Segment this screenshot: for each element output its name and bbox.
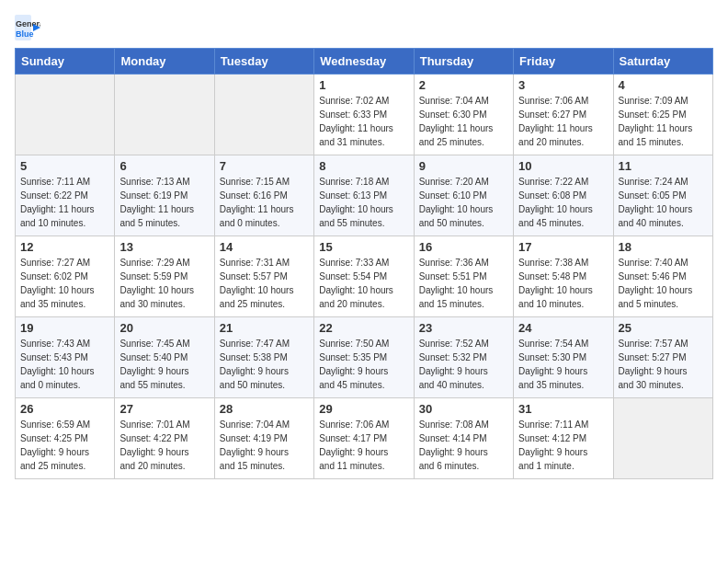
day-number: 29: [319, 402, 408, 416]
logo: General Blue: [15, 15, 44, 40]
day-info: Sunrise: 7:11 AM Sunset: 4:12 PM Dayligh…: [518, 418, 608, 473]
day-number: 11: [619, 159, 708, 173]
day-number: 13: [119, 240, 209, 254]
day-info: Sunrise: 7:06 AM Sunset: 4:17 PM Dayligh…: [319, 418, 408, 473]
svg-text:Blue: Blue: [16, 29, 34, 39]
day-cell: 19Sunrise: 7:43 AM Sunset: 5:43 PM Dayli…: [16, 317, 115, 398]
day-info: Sunrise: 7:57 AM Sunset: 5:27 PM Dayligh…: [619, 337, 708, 392]
day-info: Sunrise: 7:52 AM Sunset: 5:32 PM Dayligh…: [419, 337, 508, 392]
day-info: Sunrise: 7:47 AM Sunset: 5:38 PM Dayligh…: [220, 337, 309, 392]
day-info: Sunrise: 7:08 AM Sunset: 4:14 PM Dayligh…: [419, 418, 508, 473]
day-cell: 5Sunrise: 7:11 AM Sunset: 6:22 PM Daylig…: [16, 155, 115, 236]
day-info: Sunrise: 7:24 AM Sunset: 6:05 PM Dayligh…: [619, 175, 708, 230]
day-info: Sunrise: 7:02 AM Sunset: 6:33 PM Dayligh…: [319, 94, 408, 149]
day-number: 19: [20, 321, 109, 335]
day-info: Sunrise: 7:06 AM Sunset: 6:27 PM Dayligh…: [518, 94, 608, 149]
day-info: Sunrise: 7:50 AM Sunset: 5:35 PM Dayligh…: [319, 337, 408, 392]
day-number: 8: [319, 159, 408, 173]
day-number: 16: [419, 240, 508, 254]
logo-graphic: General Blue: [15, 15, 40, 40]
day-number: 5: [20, 159, 109, 173]
day-cell: [214, 75, 313, 155]
day-info: Sunrise: 7:15 AM Sunset: 6:16 PM Dayligh…: [220, 175, 309, 230]
day-cell: 26Sunrise: 6:59 AM Sunset: 4:25 PM Dayli…: [16, 398, 115, 479]
day-number: 20: [119, 321, 209, 335]
day-cell: 6Sunrise: 7:13 AM Sunset: 6:19 PM Daylig…: [115, 155, 214, 236]
day-cell: 27Sunrise: 7:01 AM Sunset: 4:22 PM Dayli…: [115, 398, 214, 479]
day-number: 22: [319, 321, 408, 335]
day-cell: 13Sunrise: 7:29 AM Sunset: 5:59 PM Dayli…: [115, 236, 214, 317]
day-number: 6: [119, 159, 209, 173]
day-number: 24: [518, 321, 608, 335]
day-number: 1: [319, 78, 408, 92]
day-cell: 3Sunrise: 7:06 AM Sunset: 6:27 PM Daylig…: [514, 75, 613, 155]
day-cell: 2Sunrise: 7:04 AM Sunset: 6:30 PM Daylig…: [414, 75, 513, 155]
day-info: Sunrise: 7:33 AM Sunset: 5:54 PM Dayligh…: [319, 256, 408, 311]
day-number: 21: [220, 321, 309, 335]
day-info: Sunrise: 7:18 AM Sunset: 6:13 PM Dayligh…: [319, 175, 408, 230]
day-info: Sunrise: 7:29 AM Sunset: 5:59 PM Dayligh…: [119, 256, 209, 311]
day-cell: 23Sunrise: 7:52 AM Sunset: 5:32 PM Dayli…: [414, 317, 513, 398]
day-number: 28: [220, 402, 309, 416]
day-cell: 21Sunrise: 7:47 AM Sunset: 5:38 PM Dayli…: [214, 317, 313, 398]
day-cell: 11Sunrise: 7:24 AM Sunset: 6:05 PM Dayli…: [613, 155, 712, 236]
day-cell: 4Sunrise: 7:09 AM Sunset: 6:25 PM Daylig…: [613, 75, 712, 155]
day-info: Sunrise: 7:13 AM Sunset: 6:19 PM Dayligh…: [119, 175, 209, 230]
weekday-header-sunday: Sunday: [16, 49, 115, 75]
day-info: Sunrise: 7:43 AM Sunset: 5:43 PM Dayligh…: [20, 337, 109, 392]
weekday-header-thursday: Thursday: [414, 49, 513, 75]
day-cell: 8Sunrise: 7:18 AM Sunset: 6:13 PM Daylig…: [314, 155, 414, 236]
day-number: 12: [20, 240, 109, 254]
day-cell: [613, 398, 712, 479]
week-row-5: 26Sunrise: 6:59 AM Sunset: 4:25 PM Dayli…: [16, 398, 713, 479]
day-info: Sunrise: 7:09 AM Sunset: 6:25 PM Dayligh…: [619, 94, 708, 149]
day-cell: 16Sunrise: 7:36 AM Sunset: 5:51 PM Dayli…: [414, 236, 513, 317]
day-cell: 22Sunrise: 7:50 AM Sunset: 5:35 PM Dayli…: [314, 317, 414, 398]
day-info: Sunrise: 7:54 AM Sunset: 5:30 PM Dayligh…: [518, 337, 608, 392]
day-info: Sunrise: 7:04 AM Sunset: 4:19 PM Dayligh…: [220, 418, 309, 473]
day-cell: 12Sunrise: 7:27 AM Sunset: 6:02 PM Dayli…: [16, 236, 115, 317]
day-cell: [16, 75, 115, 155]
day-cell: 30Sunrise: 7:08 AM Sunset: 4:14 PM Dayli…: [414, 398, 513, 479]
day-cell: 28Sunrise: 7:04 AM Sunset: 4:19 PM Dayli…: [214, 398, 313, 479]
day-number: 27: [119, 402, 209, 416]
day-cell: 18Sunrise: 7:40 AM Sunset: 5:46 PM Dayli…: [613, 236, 712, 317]
week-row-4: 19Sunrise: 7:43 AM Sunset: 5:43 PM Dayli…: [16, 317, 713, 398]
day-info: Sunrise: 7:22 AM Sunset: 6:08 PM Dayligh…: [518, 175, 608, 230]
day-number: 2: [419, 78, 508, 92]
calendar-container: General Blue SundayMondayTuesdayWednesda…: [0, 0, 728, 487]
day-number: 7: [220, 159, 309, 173]
calendar-table: SundayMondayTuesdayWednesdayThursdayFrid…: [15, 48, 713, 479]
day-info: Sunrise: 7:40 AM Sunset: 5:46 PM Dayligh…: [619, 256, 708, 311]
day-number: 3: [518, 78, 608, 92]
week-row-3: 12Sunrise: 7:27 AM Sunset: 6:02 PM Dayli…: [16, 236, 713, 317]
day-cell: 15Sunrise: 7:33 AM Sunset: 5:54 PM Dayli…: [314, 236, 414, 317]
day-info: Sunrise: 7:04 AM Sunset: 6:30 PM Dayligh…: [419, 94, 508, 149]
week-row-2: 5Sunrise: 7:11 AM Sunset: 6:22 PM Daylig…: [16, 155, 713, 236]
day-info: Sunrise: 7:20 AM Sunset: 6:10 PM Dayligh…: [419, 175, 508, 230]
day-info: Sunrise: 7:01 AM Sunset: 4:22 PM Dayligh…: [119, 418, 209, 473]
day-cell: 17Sunrise: 7:38 AM Sunset: 5:48 PM Dayli…: [514, 236, 613, 317]
week-row-1: 1Sunrise: 7:02 AM Sunset: 6:33 PM Daylig…: [16, 75, 713, 155]
day-cell: 24Sunrise: 7:54 AM Sunset: 5:30 PM Dayli…: [514, 317, 613, 398]
day-number: 23: [419, 321, 508, 335]
day-cell: 1Sunrise: 7:02 AM Sunset: 6:33 PM Daylig…: [314, 75, 414, 155]
day-number: 4: [619, 78, 708, 92]
day-info: Sunrise: 6:59 AM Sunset: 4:25 PM Dayligh…: [20, 418, 109, 473]
day-number: 9: [419, 159, 508, 173]
day-cell: 10Sunrise: 7:22 AM Sunset: 6:08 PM Dayli…: [514, 155, 613, 236]
day-cell: 25Sunrise: 7:57 AM Sunset: 5:27 PM Dayli…: [613, 317, 712, 398]
day-cell: 9Sunrise: 7:20 AM Sunset: 6:10 PM Daylig…: [414, 155, 513, 236]
day-number: 18: [619, 240, 708, 254]
day-info: Sunrise: 7:11 AM Sunset: 6:22 PM Dayligh…: [20, 175, 109, 230]
day-cell: 29Sunrise: 7:06 AM Sunset: 4:17 PM Dayli…: [314, 398, 414, 479]
day-cell: 20Sunrise: 7:45 AM Sunset: 5:40 PM Dayli…: [115, 317, 214, 398]
day-number: 31: [518, 402, 608, 416]
weekday-header-row: SundayMondayTuesdayWednesdayThursdayFrid…: [16, 49, 713, 75]
weekday-header-saturday: Saturday: [613, 49, 712, 75]
day-number: 25: [619, 321, 708, 335]
day-cell: [115, 75, 214, 155]
day-info: Sunrise: 7:36 AM Sunset: 5:51 PM Dayligh…: [419, 256, 508, 311]
day-info: Sunrise: 7:31 AM Sunset: 5:57 PM Dayligh…: [220, 256, 309, 311]
day-number: 26: [20, 402, 109, 416]
